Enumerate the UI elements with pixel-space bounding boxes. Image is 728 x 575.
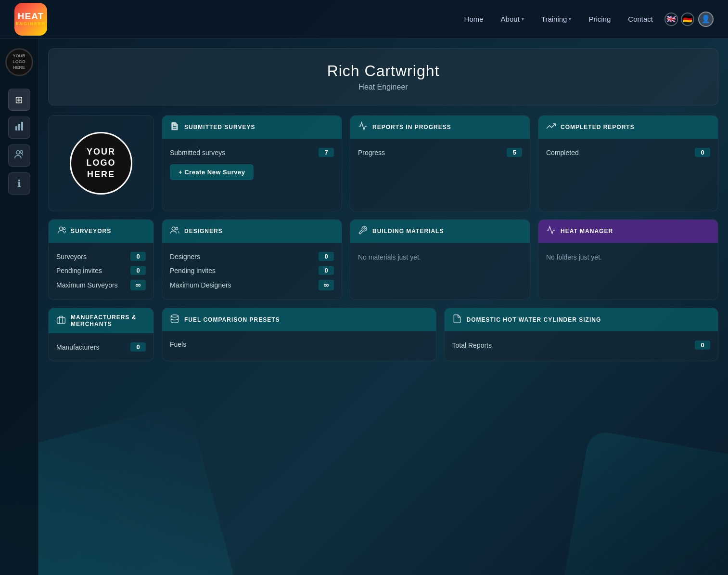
submitted-surveys-header: SUBMITTED SURVEYS [162,116,342,139]
flag-de[interactable]: 🇩🇪 [681,13,694,26]
chevron-down-icon: ▾ [569,16,571,22]
surveyors-label: Surveyors [56,253,87,261]
manufacturers-icon [56,315,66,327]
fuel-comparison-card: FUEL COMPARISON PRESETS Fuels [162,308,436,361]
svg-rect-2 [21,122,23,131]
sidebar-btn-reports[interactable] [8,117,30,139]
completed-reports-header: COMPLETED REPORTS [538,116,718,139]
dashboard-row-3: MANUFACTURERS & MERCHANTS Manufacturers … [48,308,718,361]
total-reports-value: 0 [695,340,710,350]
heat-manager-card: HEAT MANAGER No folders just yet. [538,219,718,300]
progress-value: 5 [507,148,522,157]
surveyors-card: SURVEYORS Surveyors 0 Pending invites 0 … [48,219,154,300]
fuel-comparison-icon [170,314,179,326]
designers-pending-value: 0 [319,266,334,275]
completed-icon [546,121,556,133]
content-area: Rich Cartwright Heat Engineer YOURLOGOHE… [38,39,728,575]
profile-role: Heat Engineer [58,83,708,91]
submitted-surveys-card: SUBMITTED SURVEYS Submitted surveys 7 + … [162,115,342,211]
fuels-row: Fuels [170,338,428,351]
heat-manager-title: HEAT MANAGER [561,228,613,235]
nav-link-contact[interactable]: Contact [621,11,660,27]
designers-body: Designers 0 Pending invites 0 Maximum De… [162,243,342,300]
nav-item-training[interactable]: Training ▾ [535,11,578,27]
logo-card: YOURLOGOHERE [48,115,154,211]
logo-text: HEAT ENGINEER [15,12,46,26]
surveyors-max-value: ∞ [130,280,146,290]
surveyors-max-row: Maximum Surveyors ∞ [56,277,146,293]
logo[interactable]: HEAT ENGINEER [14,3,47,36]
completed-reports-body: Completed 0 [538,139,718,166]
nav-link-about[interactable]: About ▾ [494,11,531,27]
sidebar-btn-dashboard[interactable]: ⊞ [8,89,30,111]
surveyors-max-label: Maximum Surveyors [56,281,118,289]
total-reports-row: Total Reports 0 [452,338,711,352]
designers-label: Designers [170,253,200,261]
manufacturers-header: MANUFACTURERS & MERCHANTS [49,308,153,333]
designers-icon [170,225,179,237]
building-materials-body: No materials just yet. [350,243,530,272]
dashboard-row-2: SURVEYORS Surveyors 0 Pending invites 0 … [48,219,718,300]
nav-link-training[interactable]: Training ▾ [535,11,578,27]
sidebar-logo[interactable]: YOURLOGOHERE [5,48,33,76]
reports-in-progress-card: REPORTS IN PROGRESS Progress 5 [350,115,530,211]
submitted-surveys-value: 7 [319,148,334,157]
surveyors-body: Surveyors 0 Pending invites 0 Maximum Su… [49,243,153,300]
progress-label: Progress [358,149,385,157]
bar-chart-icon [14,121,25,134]
nav-menu: Home About ▾ Training ▾ Pricing Contact [458,11,660,27]
sidebar-btn-users[interactable] [8,144,30,167]
heat-manager-icon [546,225,556,237]
create-survey-button[interactable]: + Create New Survey [170,164,254,180]
reports-in-progress-header: REPORTS IN PROGRESS [350,116,530,139]
nav-item-pricing[interactable]: Pricing [582,11,617,27]
surveyors-icon [56,225,66,237]
surveyors-header: SURVEYORS [49,220,153,243]
fuel-comparison-title: FUEL COMPARISON PRESETS [184,316,280,323]
language-flags: 🇬🇧 🇩🇪 [664,13,694,26]
info-icon: ℹ [17,178,21,189]
svg-point-3 [16,150,19,154]
designers-max-label: Maximum Designers [170,281,231,289]
manufacturers-card: MANUFACTURERS & MERCHANTS Manufacturers … [48,308,154,361]
flag-uk[interactable]: 🇬🇧 [664,13,678,26]
completed-row: Completed 0 [546,145,710,159]
nav-link-home[interactable]: Home [458,11,490,27]
svg-rect-1 [18,124,20,131]
progress-row: Progress 5 [358,145,522,159]
svg-point-9 [172,227,175,230]
building-materials-icon [358,225,368,237]
manufacturers-title: MANUFACTURERS & MERCHANTS [71,314,146,327]
sidebar: YOURLOGOHERE ⊞ [0,39,38,575]
surveyors-pending-row: Pending invites 0 [56,263,146,277]
designers-header: DESIGNERS [162,220,342,243]
svg-point-4 [20,150,23,153]
nav-link-pricing[interactable]: Pricing [582,11,617,27]
dashboard-row-1: YOURLOGOHERE SUBMITTED SURVEYS [48,115,718,211]
main-container: YOURLOGOHERE ⊞ [0,39,728,575]
manufacturers-body: Manufacturers 0 [49,333,153,361]
domestic-hot-water-icon [452,314,462,326]
user-avatar[interactable]: 👤 [698,12,714,27]
nav-item-home[interactable]: Home [458,11,490,27]
profile-header: Rich Cartwright Heat Engineer [48,48,718,105]
fuel-comparison-body: Fuels [162,331,436,357]
profile-name: Rich Cartwright [58,62,708,80]
manufacturers-value: 0 [130,342,146,352]
nav-item-about[interactable]: About ▾ [494,11,531,27]
reports-in-progress-body: Progress 5 [350,139,530,166]
fuels-label: Fuels [170,340,186,348]
heat-manager-body: No folders just yet. [538,243,718,272]
completed-value: 0 [695,148,710,157]
nav-item-contact[interactable]: Contact [621,11,660,27]
building-materials-header: BUILDING MATERIALS [350,220,530,243]
designers-pending-row: Pending invites 0 [170,263,334,277]
svg-rect-0 [15,126,17,131]
building-materials-empty: No materials just yet. [358,249,522,265]
svg-rect-11 [57,318,65,324]
sidebar-btn-info[interactable]: ℹ [8,172,30,195]
surveyors-row: Surveyors 0 [56,249,146,263]
domestic-hot-water-title: DOMESTIC HOT WATER CYLINDER SIZING [467,316,601,323]
domestic-hot-water-body: Total Reports 0 [445,331,718,359]
svg-point-8 [64,228,65,230]
